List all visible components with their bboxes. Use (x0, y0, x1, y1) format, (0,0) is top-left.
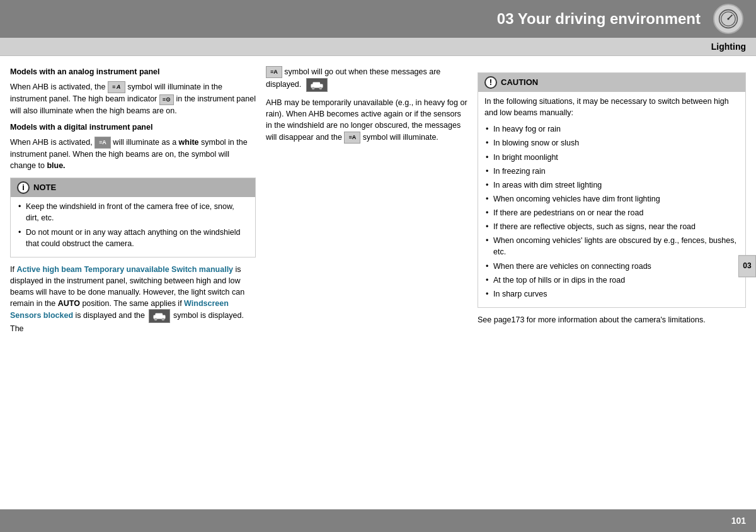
svg-point-10 (312, 87, 314, 89)
svg-rect-9 (312, 82, 320, 86)
page-footer: 101 (0, 509, 756, 532)
chapter-side-tab: 03 (738, 255, 756, 277)
caution-item: When oncoming vehicles have dim front li… (484, 193, 739, 205)
svg-point-7 (161, 318, 164, 320)
active-high-beam-para: If Active high beam Temporary unavailabl… (10, 264, 256, 335)
ahb-symbol-2: ≡A (94, 137, 111, 149)
caution-item: In blowing snow or slush (484, 137, 739, 149)
caution-item: When there are vehicles on connecting ro… (484, 261, 739, 272)
car-symbol-mid (306, 78, 328, 92)
ahb-symbol-mid: ≡A (266, 66, 282, 78)
svg-point-6 (154, 318, 156, 320)
caution-item: When oncoming vehicles' lights are obscu… (484, 235, 739, 258)
caution-item: If there are reflective objects, such as… (484, 221, 739, 232)
section-label: Lighting (0, 38, 756, 56)
caution-list: In heavy fog or rain In blowing snow or … (484, 123, 739, 300)
caution-item: In heavy fog or rain (484, 123, 739, 135)
main-content: Models with an analog instrument panel W… (0, 56, 756, 505)
chapter-title: 03 Your driving environment (497, 10, 701, 28)
note-item: Keep the windshield in front of the came… (17, 201, 249, 224)
info-icon: i (17, 181, 30, 194)
ahb-symbol-mid2: ≡A (344, 132, 360, 144)
caution-item: In freezing rain (484, 166, 739, 177)
caution-item: In bright moonlight (484, 152, 739, 163)
caution-item: In sharp curves (484, 288, 739, 300)
note-header: i NOTE (11, 178, 255, 197)
right-column: ! CAUTION In the following situations, i… (478, 66, 746, 495)
mid-column: ≡A symbol will go out when these message… (266, 66, 467, 495)
digital-para: When AHB is activated, ≡A will illuminat… (10, 137, 256, 171)
svg-point-3 (727, 18, 729, 20)
high-beam-indicator: ≡⊙ (159, 94, 174, 105)
heading-analog: Models with an analog instrument panel (10, 66, 256, 77)
mid-para1: ≡A symbol will go out when these message… (266, 66, 467, 92)
caution-item: In areas with dim street lighting (484, 179, 739, 191)
page-number: 101 (731, 516, 746, 526)
mid-para2: AHB may be temporarily unavailable (e.g.… (266, 97, 467, 144)
svg-point-11 (319, 87, 321, 89)
car-symbol-small (149, 309, 170, 323)
caution-intro: In the following situations, it may be n… (484, 96, 739, 118)
caution-box: ! CAUTION In the following situations, i… (478, 72, 746, 308)
see-page-note: See page173 for more information about t… (478, 314, 746, 325)
analog-para: When AHB is activated, the ≡A symbol wil… (10, 81, 256, 116)
svg-rect-5 (155, 314, 163, 317)
note-item: Do not mount or in any way attach anythi… (17, 227, 249, 249)
note-list: Keep the windshield in front of the came… (17, 201, 249, 249)
caution-header: ! CAUTION (478, 73, 745, 92)
caution-item: At the top of hills or in dips in the ro… (484, 274, 739, 286)
page-header: 03 Your driving environment (0, 0, 756, 38)
ahb-symbol-1: ≡A (108, 81, 125, 93)
note-box: i NOTE Keep the windshield in front of t… (10, 178, 256, 258)
speedometer-icon (713, 4, 743, 34)
left-column: Models with an analog instrument panel W… (10, 66, 256, 495)
heading-digital: Models with a digital instrument panel (10, 122, 256, 133)
caution-item: If there are pedestrians on or near the … (484, 207, 739, 218)
caution-icon: ! (484, 76, 497, 89)
